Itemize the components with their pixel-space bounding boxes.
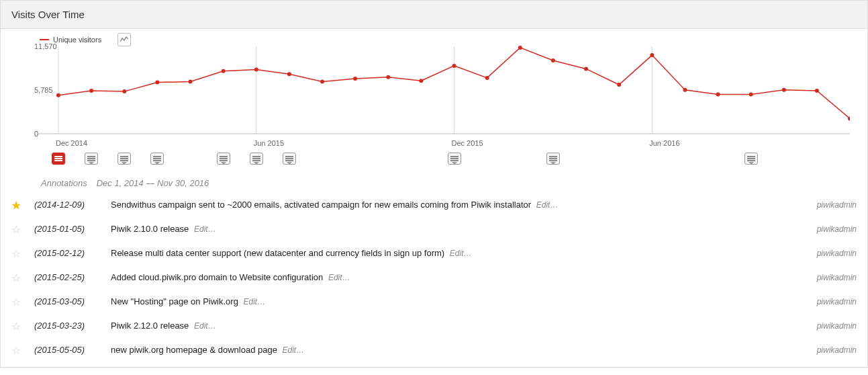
annotation-marker[interactable] (448, 153, 461, 165)
visits-line-chart: 05,78511,570Dec 2014Jun 2015Dec 2015Jun … (7, 36, 850, 150)
annotation-marker[interactable] (217, 153, 230, 165)
annotation-marker[interactable] (283, 153, 296, 165)
annotation-list: ★(2014-12-09)Sendwithus campaign sent to… (1, 192, 867, 367)
svg-point-15 (155, 81, 159, 85)
svg-point-12 (56, 93, 60, 97)
annotation-date: (2014-12-09) (34, 200, 99, 210)
star-icon[interactable]: ☆ (11, 224, 22, 235)
annotations-range: Dec 1, 2014 — Nov 30, 2016 (97, 178, 209, 188)
svg-point-17 (222, 69, 226, 73)
svg-point-20 (320, 80, 324, 84)
annotation-marker[interactable] (250, 153, 263, 165)
star-icon[interactable]: ★ (11, 200, 22, 211)
svg-point-34 (782, 88, 786, 92)
annotations-label: Annotations (41, 178, 87, 188)
svg-point-13 (89, 89, 93, 93)
svg-text:Jun 2016: Jun 2016 (649, 139, 679, 147)
svg-point-29 (617, 83, 621, 87)
svg-point-26 (518, 46, 522, 50)
annotation-marker[interactable] (117, 153, 131, 165)
star-icon[interactable]: ☆ (11, 273, 22, 284)
edit-annotation-link[interactable]: Edit… (194, 224, 216, 234)
annotation-marker[interactable] (744, 153, 758, 165)
widget-title: Visits Over Time (1, 1, 867, 29)
annotation-marker[interactable] (150, 153, 164, 165)
annotation-text: New "Hosting" page on Piwik.org Edit… (111, 296, 805, 306)
svg-point-19 (287, 72, 291, 76)
annotation-item: ★(2014-12-09)Sendwithus campaign sent to… (11, 192, 857, 216)
visits-over-time-widget: Visits Over Time Unique visitors 05,7851… (0, 0, 868, 368)
chart-legend: Unique visitors (40, 33, 131, 46)
annotation-date: (2015-02-25) (34, 272, 99, 282)
svg-text:0: 0 (34, 130, 38, 138)
annotation-date: (2015-02-12) (34, 248, 99, 258)
annotation-item: ☆(2015-05-05)new piwik.org homepage & do… (11, 337, 857, 362)
edit-annotation-link[interactable]: Edit… (450, 249, 472, 258)
annotation-date: (2015-01-05) (34, 224, 99, 234)
svg-point-35 (815, 89, 819, 93)
annotation-user: piwikadmin (817, 297, 857, 306)
edit-annotation-link[interactable]: Edit… (283, 345, 305, 355)
svg-point-32 (716, 93, 720, 97)
svg-text:Jun 2015: Jun 2015 (254, 139, 284, 147)
svg-point-33 (749, 93, 753, 97)
edit-annotation-link[interactable]: Edit… (536, 200, 559, 210)
edit-annotation-link[interactable]: Edit… (244, 297, 266, 306)
svg-text:5,785: 5,785 (34, 86, 53, 94)
svg-point-28 (584, 67, 588, 71)
annotation-user: piwikadmin (817, 321, 857, 331)
svg-point-27 (551, 58, 555, 62)
annotation-item: ☆(2015-01-05)Piwik 2.10.0 release Edit…p… (11, 216, 857, 241)
annotation-user: piwikadmin (817, 200, 857, 210)
annotation-user: piwikadmin (817, 273, 857, 282)
star-icon[interactable]: ☆ (11, 345, 22, 356)
annotation-user: piwikadmin (817, 345, 857, 355)
annotation-markers-row (7, 153, 849, 169)
annotation-item: ☆(2015-03-23)Piwik 2.12.0 release Edit…p… (11, 313, 857, 337)
annotation-marker[interactable] (546, 153, 560, 165)
annotations-header: Annotations Dec 1, 2014 — Nov 30, 2016 (1, 169, 867, 192)
annotation-marker[interactable] (85, 153, 98, 165)
svg-point-25 (485, 76, 489, 80)
annotation-text: Sendwithus campaign sent to ~2000 emails… (111, 200, 805, 210)
star-icon[interactable]: ☆ (11, 321, 22, 332)
svg-point-14 (122, 89, 126, 93)
star-icon[interactable]: ☆ (11, 297, 22, 308)
annotation-item: ☆(2015-03-05)New "Hosting" page on Piwik… (11, 289, 857, 313)
annotation-text: Piwik 2.12.0 release Edit… (111, 321, 805, 331)
svg-point-24 (452, 64, 456, 68)
annotation-user: piwikadmin (817, 224, 857, 234)
annotation-item: ☆(2015-02-25)Added cloud.piwik.pro domai… (11, 265, 857, 289)
annotation-date: (2015-05-05) (34, 345, 99, 355)
edit-annotation-link[interactable]: Edit… (194, 321, 216, 331)
annotation-user: piwikadmin (817, 249, 857, 258)
edit-annotation-link[interactable]: Edit… (328, 273, 350, 282)
annotation-marker[interactable] (52, 153, 65, 165)
svg-point-21 (353, 77, 357, 81)
svg-point-30 (650, 53, 654, 57)
svg-text:Dec 2014: Dec 2014 (56, 139, 87, 147)
metric-picker-icon[interactable] (117, 33, 131, 46)
svg-point-31 (683, 88, 687, 92)
annotation-date: (2015-03-05) (34, 296, 99, 306)
annotation-date: (2015-03-23) (34, 321, 99, 331)
star-icon[interactable]: ☆ (11, 249, 22, 259)
legend-series-label: Unique visitors (53, 36, 101, 44)
annotation-text: Piwik 2.10.0 release Edit… (111, 224, 805, 234)
annotation-item: ☆(2015-02-12)Release multi data center s… (11, 241, 857, 265)
svg-point-16 (189, 80, 193, 84)
svg-point-18 (254, 68, 258, 72)
chart-area: Unique visitors 05,78511,570Dec 2014Jun … (1, 29, 867, 169)
annotation-text: new piwik.org homepage & download page E… (111, 345, 805, 355)
legend-color-swatch (40, 39, 49, 40)
svg-point-23 (419, 79, 423, 83)
svg-text:Dec 2015: Dec 2015 (452, 139, 483, 147)
annotation-text: Added cloud.piwik.pro domain to Website … (111, 272, 805, 282)
svg-point-22 (386, 75, 390, 79)
annotation-text: Release multi data center support (new d… (111, 248, 805, 258)
